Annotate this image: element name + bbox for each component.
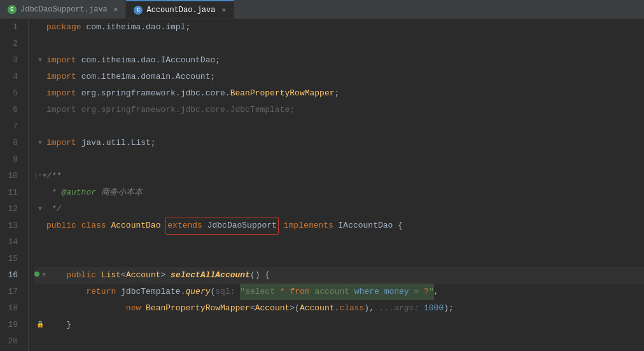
import-dim-6: import org.springframework.jdbc.core.Jdb… xyxy=(46,102,295,118)
javadoc-star-11: * xyxy=(46,184,61,201)
code-line-9 xyxy=(34,151,644,168)
kw-import-8: import xyxy=(46,135,76,151)
tab-jdbcdaosupport[interactable]: C JdbcDaoSupport.java ✕ xyxy=(0,0,126,18)
sql-account: account xyxy=(310,284,354,300)
sql-space2 xyxy=(379,284,384,300)
sql-question: ? xyxy=(424,284,429,300)
interface-name: IAccountDao xyxy=(339,217,393,234)
fold-icon-3[interactable]: ▼ xyxy=(38,52,42,69)
kw-import-5: import xyxy=(46,85,76,102)
kw-return: return xyxy=(86,284,116,300)
gutter-19: 🔒 xyxy=(34,317,46,333)
code-line-15 xyxy=(34,251,644,267)
fold-icon-8[interactable]: ▼ xyxy=(38,135,42,151)
kw-new: new xyxy=(126,300,141,317)
code-line-12: ▼ */ xyxy=(34,201,644,217)
extends-kw: extends xyxy=(167,217,202,234)
import-cls-5: BeanPropertyRowMapper xyxy=(230,85,335,102)
gutter-10: |= ▼ xyxy=(34,168,46,184)
code-line-18: new BeanPropertyRowMapper<Account>(Accou… xyxy=(34,300,644,317)
jdbctemplate-ref: jdbcTemplate xyxy=(121,284,181,300)
gutter-3: ▼ xyxy=(34,52,46,69)
sql-money: money xyxy=(384,284,409,300)
gutter-16: ▼ xyxy=(34,267,46,284)
javadoc-open: /** xyxy=(46,168,61,184)
line-num-17: 17 xyxy=(0,284,23,300)
tab-close-accountdao[interactable]: ✕ xyxy=(221,6,226,14)
tab-label-accountdao: AccountDao.java xyxy=(146,6,215,15)
extends-box: extends JdbcDaoSupport xyxy=(165,217,279,235)
args-value: 1000 xyxy=(424,300,444,317)
fold-icon-16[interactable]: ▼ xyxy=(42,267,46,284)
sql-param-hint: sql: xyxy=(215,284,235,300)
line-num-4: 4 xyxy=(0,69,23,85)
kw-class-ref: class xyxy=(339,300,364,317)
code-area: 1 2 3 4 5 6 7 8 9 10 11 12 13 14 15 16 1… xyxy=(0,19,644,351)
line-num-1: 1 xyxy=(0,19,23,36)
gutter-12: ▼ xyxy=(34,201,46,217)
code-line-7 xyxy=(34,118,644,135)
sql-kw-select: * xyxy=(280,284,285,300)
tab-close-jdbcdaosupport[interactable]: ✕ xyxy=(114,5,118,13)
javadoc-author-value: 商务小本本 xyxy=(96,184,143,201)
class-name-13: AccountDao xyxy=(111,217,160,234)
code-line-5: import org.springframework.jdbc.core.Bea… xyxy=(34,85,644,102)
kw-package: package xyxy=(46,19,81,36)
code-line-2 xyxy=(34,36,644,52)
line-num-10: 10 xyxy=(0,168,23,184)
editor-window: C JdbcDaoSupport.java ✕ C AccountDao.jav… xyxy=(0,0,644,351)
line-num-2: 2 xyxy=(0,36,23,52)
equals-icon-10: |= xyxy=(34,168,41,184)
line-num-9: 9 xyxy=(0,151,23,168)
line-num-19: 19 xyxy=(0,317,23,333)
line-num-16: 16 xyxy=(0,267,23,284)
line-num-5: 5 xyxy=(0,85,23,102)
kw-public-16: public xyxy=(66,267,96,284)
code-line-19: 🔒 } xyxy=(34,317,644,333)
bean-mapper-class: BeanPropertyRowMapper xyxy=(146,300,250,317)
javadoc-close: */ xyxy=(46,201,61,217)
line-num-8: 8 xyxy=(0,135,23,151)
code-line-6: import org.springframework.jdbc.core.Jdb… xyxy=(34,102,644,118)
account-type: Account xyxy=(126,267,161,284)
import-path-3: com.itheima.dao.IAccountDao xyxy=(81,52,216,69)
line-num-11: 11 xyxy=(0,184,23,201)
code-line-8: ▼ import java.util.List; xyxy=(34,135,644,151)
line-num-6: 6 xyxy=(0,102,23,118)
gutter-8: ▼ xyxy=(34,135,46,151)
code-line-1: package com.itheima.dao.impl; xyxy=(34,19,644,36)
code-line-20 xyxy=(34,333,644,350)
code-content[interactable]: package com.itheima.dao.impl; ▼ import c… xyxy=(29,19,644,351)
sql-eq-str: = xyxy=(409,284,424,300)
tab-accountdao[interactable]: C AccountDao.java ✕ xyxy=(126,0,234,18)
bookmark-icon-19: 🔒 xyxy=(36,317,44,333)
kw-import-4: import xyxy=(46,69,76,85)
extends-class: JdbcDaoSupport xyxy=(207,217,277,234)
package-name: com.itheima.dao.impl xyxy=(86,19,185,36)
line-num-3: 3 xyxy=(0,52,23,69)
fold-icon-12[interactable]: ▼ xyxy=(38,201,42,217)
line-num-15: 15 xyxy=(0,251,23,267)
line-num-7: 7 xyxy=(0,118,23,135)
kw-import-3: import xyxy=(46,52,76,69)
account-generic: Account xyxy=(255,300,290,317)
code-line-11: * @author 商务小本本 xyxy=(34,184,644,201)
tab-label-jdbcdaosupport: JdbcDaoSupport.java xyxy=(20,5,108,14)
sql-from-kw xyxy=(285,284,290,300)
line-num-12: 12 xyxy=(0,201,23,217)
line-num-14: 14 xyxy=(0,234,23,251)
method-name-16: selectAllAccount xyxy=(171,267,250,284)
account-class-ref: Account xyxy=(300,300,335,317)
green-run-dot xyxy=(34,267,41,284)
line-num-20: 20 xyxy=(0,333,23,350)
import-path-5: org.springframework.jdbc.core. xyxy=(81,85,230,102)
query-method: query xyxy=(185,284,210,300)
code-line-3: ▼ import com.itheima.dao.IAccountDao; xyxy=(34,52,644,69)
args-hint: ...args: xyxy=(379,300,419,317)
tab-bar: C JdbcDaoSupport.java ✕ C AccountDao.jav… xyxy=(0,0,644,19)
sql-from: from xyxy=(290,284,309,300)
javadoc-author-tag: @author xyxy=(61,184,96,201)
import-path-4: com.itheima.domain.Account xyxy=(81,69,211,85)
line-num-13: 13 xyxy=(0,217,23,234)
sql-where-kw: where xyxy=(354,284,379,300)
